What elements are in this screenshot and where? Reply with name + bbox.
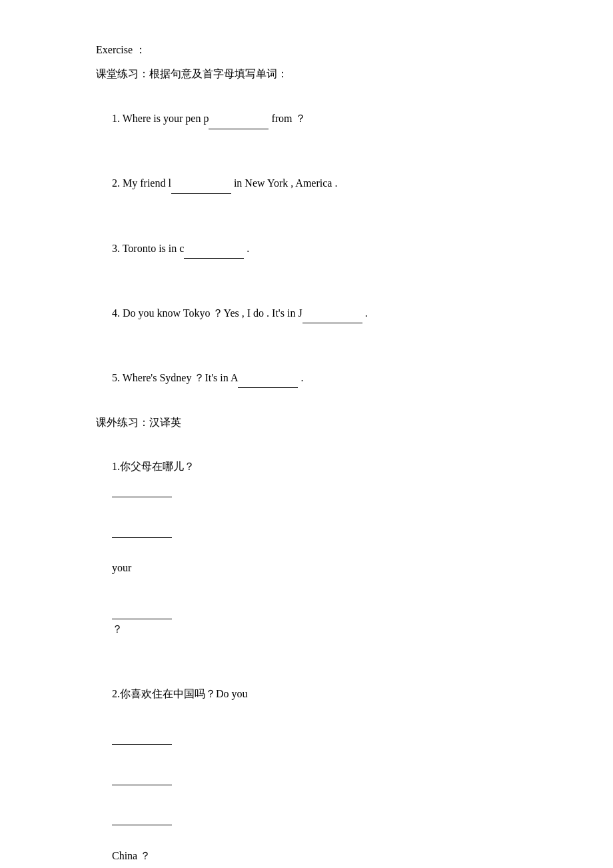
q4-text: 4. Do you know Tokyo ？Yes , I do . It's … (112, 307, 303, 319)
q5-text: 5. Where's Sydney ？It's in A (112, 372, 238, 383)
q5-suffix: . (298, 372, 303, 383)
exercise-label: Exercise ： (96, 40, 517, 60)
classroom-exercise-label: 课堂练习：根据句意及首字母填写单词： (96, 64, 517, 84)
q1-blank[interactable] (209, 117, 269, 129)
question-3: 3. Toronto is in c . (96, 218, 517, 279)
question-1: 1. Where is your pen p from ？ (96, 89, 517, 149)
h2-blank3[interactable] (112, 813, 172, 825)
q4-blank[interactable] (303, 311, 362, 323)
q5-blank[interactable] (238, 376, 298, 388)
h2-blank1[interactable] (112, 733, 172, 745)
q2-blank[interactable] (171, 182, 231, 194)
homework-section: 课外练习：汉译英 1.你父母在哪儿？ your ？ 2.你喜欢住在中国吗？Do … (96, 413, 517, 868)
h1-your: your (112, 562, 131, 573)
q3-text: 3. Toronto is in c (112, 243, 184, 254)
classroom-questions: 1. Where is your pen p from ？ 2. My frie… (96, 89, 517, 409)
homework-label: 课外练习：汉译英 (96, 413, 517, 433)
q3-suffix: . (244, 243, 249, 254)
question-2: 2. My friend l in New York , America . (96, 153, 517, 214)
h1-blank2[interactable] (112, 526, 172, 538)
question-5: 5. Where's Sydney ？It's in A . (96, 347, 517, 408)
h1: 1.你父母在哪儿？ your ？ (96, 437, 517, 659)
h2-pre: 2.你喜欢住在中国吗？Do you (112, 688, 248, 699)
h2: 2.你喜欢住在中国吗？Do you China ？ (96, 663, 517, 868)
q4-suffix: . (362, 307, 368, 319)
document-container: Exercise ： 课堂练习：根据句意及首字母填写单词： 1. Where i… (96, 40, 517, 868)
q1-suffix: from ？ (269, 113, 305, 124)
question-4: 4. Do you know Tokyo ？Yes , I do . It's … (96, 283, 517, 343)
h1-pre: 1.你父母在哪儿？ (112, 461, 195, 472)
h1-blank1[interactable] (112, 485, 172, 497)
q2-suffix: in New York , America . (231, 177, 338, 189)
h2-suffix: China ？ (112, 850, 151, 861)
q2-text: 2. My friend l (112, 177, 171, 189)
q1-text: 1. Where is your pen p (112, 113, 209, 124)
exercise-header: Exercise ： 课堂练习：根据句意及首字母填写单词： (96, 40, 517, 85)
h1-q: ？ (112, 623, 123, 635)
h2-blank2[interactable] (112, 773, 172, 785)
q3-blank[interactable] (184, 247, 244, 259)
h1-blank3[interactable] (112, 607, 172, 619)
